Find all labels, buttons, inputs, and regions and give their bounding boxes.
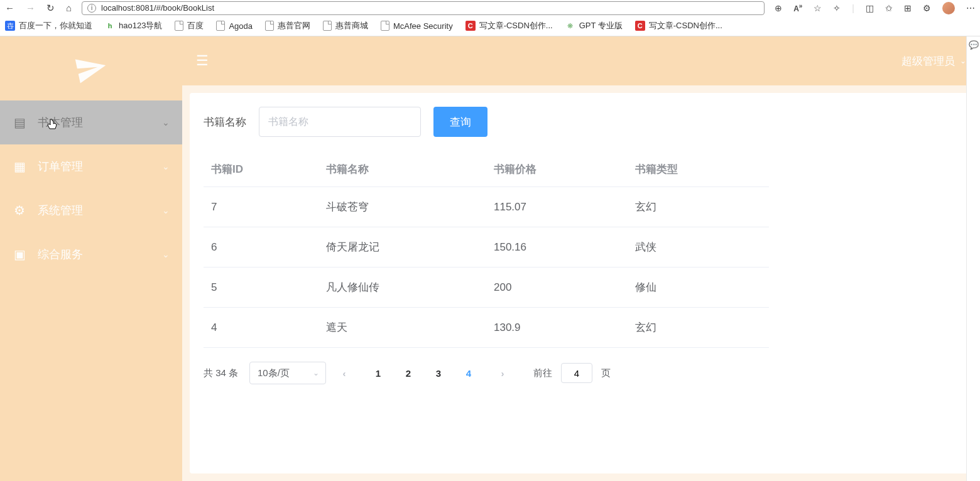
baidu-icon: 卋 — [5, 21, 15, 31]
query-button[interactable]: 查询 — [433, 107, 487, 137]
page-number[interactable]: 3 — [429, 368, 448, 379]
page-number[interactable]: 2 — [399, 368, 418, 379]
page-size-value: 10条/页 — [258, 367, 290, 379]
pager-group: 1234 — [369, 368, 478, 379]
app-root: ▤ 书本管理 ⌄ ▦ 订单管理 ⌄ ⚙ 系统管理 ⌄ ▣ 综合服务 ⌄ ☰ 超级… — [0, 36, 980, 481]
chat-icon[interactable]: 💬 — [969, 40, 979, 50]
chevron-down-icon: ⌄ — [162, 117, 170, 127]
favorite-icon[interactable]: ☆ — [814, 3, 822, 13]
csdn-icon: C — [635, 21, 645, 31]
cell-type: 玄幻 — [628, 187, 769, 227]
chevron-down-icon: ⌄ — [313, 369, 319, 377]
read-aloud-icon[interactable]: A» — [793, 3, 802, 13]
cell-type: 玄幻 — [628, 308, 769, 348]
gear-icon: ⚙ — [13, 203, 26, 217]
csdn-icon: C — [466, 21, 476, 31]
table-header-row: 书籍ID 书籍名称 书籍价格 书籍类型 — [204, 152, 769, 187]
cell-name: 遮天 — [318, 308, 486, 348]
page-number[interactable]: 1 — [369, 368, 388, 379]
topbar: ☰ 超级管理员 ⌄ — [182, 36, 980, 85]
col-price: 书籍价格 — [486, 152, 628, 187]
bookmark-label: 惠普官网 — [278, 20, 310, 31]
cell-id: 5 — [204, 268, 318, 308]
bookmark-label: 写文章-CSDN创作... — [649, 20, 722, 31]
bookmark-label: 百度 — [187, 20, 204, 31]
col-type: 书籍类型 — [628, 152, 769, 187]
goto-page-input[interactable] — [561, 363, 592, 383]
extensions-icon[interactable]: ✧ — [833, 3, 841, 13]
back-icon[interactable]: ← — [5, 3, 14, 13]
page-number[interactable]: 4 — [459, 368, 478, 379]
next-page-button[interactable]: › — [493, 364, 512, 382]
doc-icon — [216, 21, 225, 31]
split-icon[interactable]: ◫ — [866, 3, 874, 13]
sidebar-item-order[interactable]: ▦ 订单管理 ⌄ — [0, 144, 182, 188]
table-row[interactable]: 7斗破苍穹115.07玄幻 — [204, 187, 769, 227]
doc-icon — [381, 21, 389, 31]
bookmark-label: Agoda — [229, 21, 253, 31]
doc-icon — [265, 21, 274, 31]
url-input[interactable] — [101, 3, 759, 13]
user-name[interactable]: 超级管理员 — [901, 54, 955, 68]
bookmark-item[interactable]: 卋百度一下，你就知道 — [5, 20, 92, 31]
sidebar-item-service[interactable]: ▣ 综合服务 ⌄ — [0, 232, 182, 276]
favorites-bar-icon[interactable]: ✩ — [885, 3, 893, 13]
sidebar-item-book[interactable]: ▤ 书本管理 ⌄ — [0, 100, 182, 144]
cell-type: 武侠 — [628, 227, 769, 268]
cell-price: 200 — [486, 268, 628, 308]
book-name-input[interactable] — [259, 107, 421, 137]
bookmark-item[interactable]: Agoda — [216, 21, 253, 31]
bookmark-item[interactable]: hhao123导航 — [105, 20, 162, 31]
bookmark-item[interactable]: McAfee Security — [381, 21, 453, 31]
cell-price: 150.16 — [486, 227, 628, 268]
paper-plane-logo — [72, 49, 111, 88]
sidebar-item-label: 订单管理 — [38, 159, 151, 174]
chevron-down-icon: ⌄ — [162, 249, 170, 259]
table-row[interactable]: 6倚天屠龙记150.16武侠 — [204, 227, 769, 268]
cell-type: 修仙 — [628, 268, 769, 308]
search-row: 书籍名称 查询 — [204, 107, 959, 137]
sidebar-item-label: 书本管理 — [38, 115, 151, 130]
bookmark-item[interactable]: C写文章-CSDN创作... — [466, 20, 553, 31]
settings-icon[interactable]: ⚙ — [923, 3, 931, 13]
profile-avatar[interactable] — [942, 2, 955, 14]
doc-icon — [323, 21, 332, 31]
sidebar-item-system[interactable]: ⚙ 系统管理 ⌄ — [0, 188, 182, 232]
table-wrap: 书籍ID 书籍名称 书籍价格 书籍类型 7斗破苍穹115.07玄幻6倚天屠龙记1… — [204, 152, 959, 348]
collections-icon[interactable]: ⊞ — [904, 3, 912, 13]
cell-name: 倚天屠龙记 — [318, 227, 486, 268]
bookmark-item[interactable]: 惠普商城 — [323, 20, 368, 31]
cell-price: 130.9 — [486, 308, 628, 348]
prev-page-button[interactable]: ‹ — [335, 364, 354, 382]
book-table: 书籍ID 书籍名称 书籍价格 书籍类型 7斗破苍穹115.07玄幻6倚天屠龙记1… — [204, 152, 769, 348]
col-id: 书籍ID — [204, 152, 318, 187]
bookmark-item[interactable]: ❋GPT 专业版 — [565, 20, 623, 31]
bookmark-item[interactable]: 百度 — [175, 20, 204, 31]
goto-prefix: 前往 — [533, 367, 552, 379]
browser-right-icons: ⊕ A» ☆ ✧ | ◫ ✩ ⊞ ⚙ ⋯ — [775, 2, 975, 14]
refresh-icon[interactable]: ↻ — [46, 3, 55, 14]
zoom-icon[interactable]: ⊕ — [775, 3, 782, 13]
page-size-select[interactable]: 10条/页 ⌄ — [249, 362, 326, 384]
bookmark-label: hao123导航 — [119, 20, 162, 31]
edge-sidebar: 💬 — [966, 36, 980, 481]
collapse-sidebar-icon[interactable]: ☰ — [196, 53, 209, 69]
bookmark-item[interactable]: 惠普官网 — [265, 20, 310, 31]
nav-icons: ← → ↻ ⌂ — [5, 3, 72, 14]
bookmark-item[interactable]: C写文章-CSDN创作... — [635, 20, 722, 31]
chip-icon: ▣ — [13, 247, 26, 261]
cell-name: 斗破苍穹 — [318, 187, 486, 227]
forward-icon[interactable]: → — [26, 3, 35, 13]
table-row[interactable]: 5凡人修仙传200修仙 — [204, 268, 769, 308]
address-bar[interactable]: i — [82, 1, 765, 15]
col-name: 书籍名称 — [318, 152, 486, 187]
bookmark-bar: 卋百度一下，你就知道 hhao123导航 百度 Agoda 惠普官网 惠普商城 … — [0, 16, 980, 36]
sidebar: ▤ 书本管理 ⌄ ▦ 订单管理 ⌄ ⚙ 系统管理 ⌄ ▣ 综合服务 ⌄ — [0, 36, 182, 481]
cell-name: 凡人修仙传 — [318, 268, 486, 308]
home-icon[interactable]: ⌂ — [66, 3, 72, 13]
chevron-down-icon[interactable]: ⌄ — [960, 57, 966, 65]
cell-id: 6 — [204, 227, 318, 268]
more-icon[interactable]: ⋯ — [966, 3, 975, 13]
table-row[interactable]: 4遮天130.9玄幻 — [204, 308, 769, 348]
info-icon[interactable]: i — [87, 4, 96, 13]
